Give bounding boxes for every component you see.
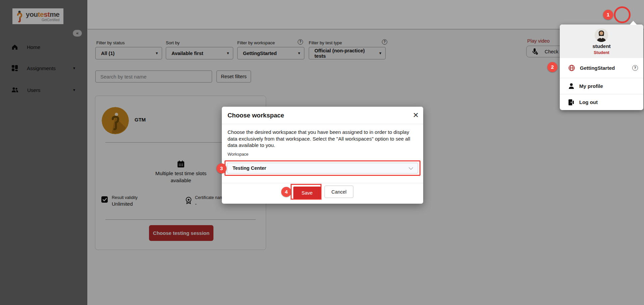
- dialog-title: Choose workspace: [228, 112, 284, 119]
- choose-workspace-dialog: Choose workspace × Choose the desired wo…: [222, 107, 423, 204]
- cancel-button[interactable]: Cancel: [325, 186, 353, 198]
- person-icon: [568, 83, 574, 89]
- menu-item-label: Log out: [579, 99, 598, 105]
- annotation-step-3: 3: [216, 163, 227, 173]
- menu-item-label: My profile: [579, 83, 603, 89]
- user-menu-header: student Student: [560, 24, 643, 58]
- avatar: [595, 29, 608, 42]
- globe-icon: [568, 65, 575, 71]
- menu-item-label: GettingStarted: [580, 65, 615, 71]
- workspace-info-icon[interactable]: ?: [632, 65, 638, 71]
- annotation-step-4: 4: [281, 187, 291, 197]
- annotation-box-workspace: Testing Center: [225, 160, 420, 176]
- workspace-dropdown[interactable]: Testing Center: [227, 163, 418, 173]
- menu-item-my-profile[interactable]: My profile: [560, 78, 643, 94]
- dialog-description: Choose the desired workspace that you ha…: [228, 129, 419, 149]
- menu-pointer: [630, 21, 637, 25]
- divider: [222, 183, 423, 183]
- workspace-dropdown-value: Testing Center: [233, 165, 266, 171]
- save-button[interactable]: Save: [293, 187, 321, 199]
- user-name: student: [560, 43, 643, 49]
- annotation-ring-avatar: [614, 6, 631, 23]
- logout-icon: [568, 99, 574, 105]
- user-dropdown-menu: student Student GettingStarted ? My prof…: [560, 24, 643, 110]
- menu-item-log-out[interactable]: Log out: [560, 94, 643, 110]
- workspace-field-label: Workspace: [228, 152, 248, 157]
- menu-item-workspace[interactable]: GettingStarted ?: [560, 58, 643, 78]
- user-role: Student: [560, 50, 643, 55]
- annotation-step-1: 1: [603, 10, 613, 20]
- dialog-header: Choose workspace ×: [222, 107, 423, 124]
- annotation-box-save: Save: [291, 184, 321, 200]
- chevron-down-icon: [409, 165, 413, 170]
- close-icon[interactable]: ×: [413, 110, 418, 120]
- annotation-step-2: 2: [547, 62, 557, 72]
